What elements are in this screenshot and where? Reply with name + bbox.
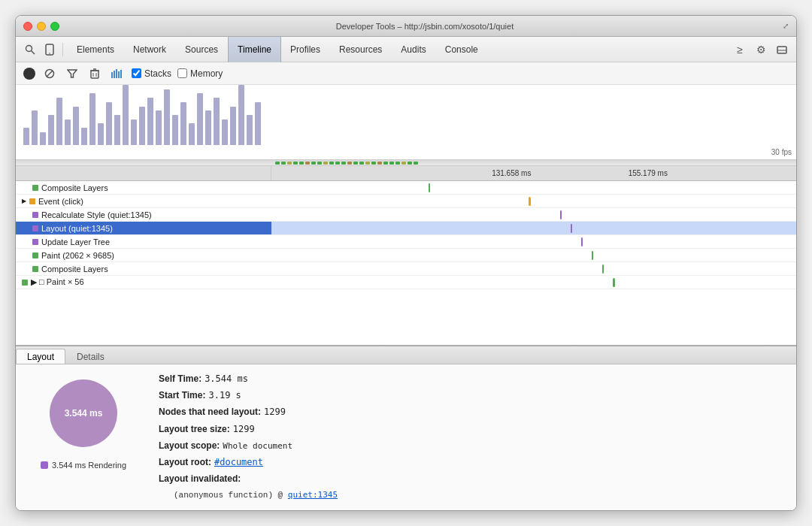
scroll-dot [317,162,322,165]
legend-color-box [41,461,48,469]
tab-details[interactable]: Details [65,349,116,364]
row-label: ▶Event (click) [16,197,271,206]
expand-icon[interactable]: ⤢ [783,22,789,30]
timeline-header-row: 131.658 ms 155.179 ms [16,166,796,181]
svg-line-1 [32,50,35,54]
detail-invalidated-func: (anonymous function) @ quiet:1345 [159,488,789,503]
detail-scope: Layout scope: Whole document [159,439,789,453]
chart-bar [156,110,162,145]
color-indicator [29,198,35,204]
tab-layout[interactable]: Layout [16,349,65,364]
scroll-dot [341,162,346,165]
flamechart-icon[interactable] [109,65,126,82]
row-label-text: Layout (quiet:1345) [41,224,113,233]
bottom-panel: Layout Details 3.544 ms 3.544 ms Renderi… [16,345,796,510]
chart-bar [197,93,203,145]
scroll-dot [408,162,412,165]
color-indicator [22,280,28,286]
scroll-area[interactable] [16,160,796,166]
chart-bar [81,128,87,145]
stacks-checkbox-label[interactable]: Stacks [132,68,171,79]
row-label: Composite Layers [16,183,271,192]
event-bar [602,265,604,274]
table-row[interactable]: Update Layer Tree [16,235,796,249]
device-icon[interactable] [41,41,58,58]
row-timeline [271,276,796,289]
row-label: Paint (2062 × 9685) [16,251,271,260]
tab-profiles[interactable]: Profiles [281,37,330,62]
table-row[interactable]: ▶Event (click) [16,195,796,208]
scroll-dot [347,162,352,165]
event-bar [529,197,531,206]
table-row[interactable]: Composite Layers [16,181,796,195]
row-label: ▶ □ Paint × 56 [16,277,271,287]
maximize-button[interactable] [50,22,59,31]
root-link[interactable]: #document [214,455,263,470]
no-record-icon[interactable] [41,65,58,82]
expand-icon[interactable]: ▶ [22,198,26,204]
nodes-label: Nodes that need layout: [159,405,261,419]
scroll-dot [414,162,418,165]
row-label: Recalculate Style (quiet:1345) [16,210,271,219]
settings-icon[interactable]: ⚙ [753,41,769,58]
row-label-text: ▶ □ Paint × 56 [31,277,84,287]
filter-icon[interactable] [64,65,80,82]
close-button[interactable] [23,22,32,31]
table-row[interactable]: Recalculate Style (quiet:1345) [16,208,796,222]
event-bar [592,251,593,260]
event-bar [613,278,615,287]
root-label: Layout root: [159,455,211,470]
row-label: Layout (quiet:1345) [16,224,271,233]
detail-nodes: Nodes that need layout: 1299 [159,405,789,419]
svg-rect-17 [118,71,120,78]
tab-audits[interactable]: Audits [392,37,435,62]
timeline-rows: Composite Layers▶Event (click)Recalculat… [16,181,796,345]
chart-bar [222,119,228,145]
chart-bar [189,123,195,145]
table-row[interactable]: Paint (2062 × 9685) [16,249,796,262]
scroll-dot [293,162,298,165]
row-label-text: Recalculate Style (quiet:1345) [41,210,152,219]
chart-bar [40,132,46,145]
tab-console[interactable]: Console [436,37,488,62]
memory-checkbox-label[interactable]: Memory [177,68,223,79]
scroll-dot [401,162,406,165]
start-time-label: Start Time: [159,388,205,403]
devtools-window: Developer Tools – http://jsbin.com/xosot… [15,15,797,511]
tab-elements[interactable]: Elements [68,37,124,62]
toolbar-divider-1 [62,43,63,56]
search-icon[interactable] [22,41,38,58]
scroll-dot [281,162,286,165]
table-row[interactable]: Composite Layers [16,262,796,276]
invalidated-link[interactable]: quiet:1345 [288,490,338,500]
memory-checkbox[interactable] [177,68,187,78]
scroll-dot [395,162,400,165]
scroll-dot [353,162,358,165]
chart-bars [16,85,796,145]
row-label: Composite Layers [16,265,271,274]
toolbar-right: ≥ ⚙ [732,41,790,58]
chart-bar [106,102,112,145]
window-title: Developer Tools – http://jsbin.com/xosot… [67,22,783,31]
minimize-button[interactable] [37,22,46,31]
event-bar [581,237,583,246]
execute-icon[interactable]: ≥ [732,41,748,58]
detail-tree-size: Layout tree size: 1299 [159,422,789,437]
tab-resources[interactable]: Resources [330,37,392,62]
row-timeline [271,235,796,248]
self-time-value: 3.544 ms [205,372,248,386]
record-button[interactable] [23,68,35,80]
detail-root: Layout root: #document [159,455,789,470]
trash-icon[interactable] [86,65,103,82]
dock-icon[interactable] [774,41,790,58]
tab-sources[interactable]: Sources [176,37,228,62]
table-row[interactable]: Layout (quiet:1345) [16,222,796,235]
tab-timeline[interactable]: Timeline [228,37,281,62]
color-indicator [32,252,38,258]
stacks-checkbox[interactable] [132,68,141,78]
scroll-dot [323,162,328,165]
tab-network[interactable]: Network [124,37,176,62]
table-row[interactable]: ▶ □ Paint × 56 [16,276,796,289]
scope-value: Whole document [223,440,292,453]
chart-bar [73,107,79,145]
